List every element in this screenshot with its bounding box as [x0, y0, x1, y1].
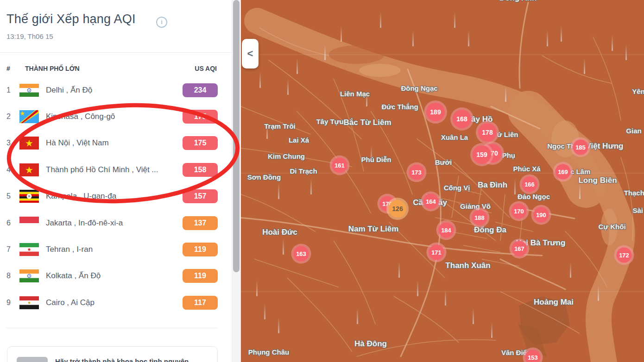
rain-streak: [505, 86, 506, 102]
rain-streak: [297, 58, 298, 74]
city-name: Tehran , I-ran: [46, 245, 172, 254]
collapse-sidebar-button[interactable]: <: [242, 39, 259, 69]
map-place-label: Đảo Ngọc: [518, 193, 550, 200]
city-name: Hà Nội , Việt Nam: [46, 138, 172, 148]
map-place-label: Đống Đa: [474, 225, 506, 235]
ranking-row[interactable]: 1Delhi , Ấn Độ234: [0, 77, 232, 103]
rain-streak: [579, 183, 581, 199]
sidebar-scrollbar-thumb[interactable]: [233, 0, 240, 272]
map-aqi-marker[interactable]: 172: [617, 248, 632, 263]
map-place-label: Hoài Đức: [262, 228, 297, 237]
map-aqi-marker[interactable]: 188: [472, 210, 487, 225]
ranking-row[interactable]: 8Kolkata , Ấn Độ119: [0, 263, 232, 289]
promo-image-placeholder: [17, 357, 48, 362]
map-place-label: Long Biên: [578, 176, 617, 185]
aqi-badge: 119: [183, 243, 218, 256]
map-place-label: Cự Khối: [598, 223, 625, 231]
map-aqi-marker[interactable]: 163: [294, 246, 309, 262]
map-aqi-marker[interactable]: 173: [409, 165, 424, 180]
rank-number: 5: [6, 192, 19, 200]
map-place-label: Xuân La: [441, 133, 468, 141]
map-aqi-marker[interactable]: 184: [439, 223, 454, 238]
map-aqi-marker[interactable]: 159: [473, 145, 491, 164]
ranking-row[interactable]: 7Tehran , I-ran119: [0, 236, 232, 262]
city-name: Jakarta , In-đô-nê-xi-a: [46, 218, 172, 228]
rain-streak: [283, 239, 284, 255]
info-icon[interactable]: i: [156, 17, 167, 28]
map-aqi-marker[interactable]: 166: [522, 177, 537, 192]
country-flag-icon: [19, 163, 39, 176]
map-aqi-marker[interactable]: 190: [534, 207, 549, 223]
rank-number: 8: [6, 272, 19, 280]
rank-number: 7: [6, 245, 19, 254]
rain-streak: [341, 26, 342, 42]
map-aqi-marker[interactable]: 170: [511, 204, 527, 219]
map-place-label: Thanh Xuân: [445, 261, 490, 270]
ranking-row[interactable]: 9Cairo , Ai Cập117: [0, 289, 232, 316]
map-place-label: Sài Đồng: [632, 206, 644, 214]
map-place-label: Sơn Đồng: [247, 173, 281, 181]
rank-number: 3: [6, 139, 19, 147]
map-aqi-marker[interactable]: 153: [525, 350, 541, 362]
map-place-label: Phú Diễn: [361, 156, 391, 163]
map-place-label: Cống Vị: [444, 184, 470, 192]
ranking-row[interactable]: 5Kampala , U-gan-đa157: [0, 183, 232, 210]
rain-streak: [412, 31, 414, 46]
ranking-row[interactable]: 2Kinshasa , Công-gô175: [0, 103, 232, 130]
country-flag-icon: [19, 190, 39, 203]
rain-streak: [612, 35, 613, 51]
map-aqi-marker[interactable]: 126: [389, 200, 406, 218]
map-aqi-marker[interactable]: 169: [556, 164, 571, 180]
map-place-label: Hà Đông: [354, 339, 387, 349]
map-aqi-marker[interactable]: 167: [512, 241, 527, 256]
rain-streak: [287, 79, 289, 95]
country-flag-icon: [19, 269, 39, 282]
rain-streak: [278, 183, 279, 199]
rain-streak: [278, 318, 279, 333]
header-divider: [0, 52, 232, 53]
footer-divider: [6, 328, 218, 328]
map-aqi-marker[interactable]: 178: [478, 123, 497, 142]
aqi-ranking-sidebar: Thế giới Xếp hạng AQI i 13:19, Th06 15 #…: [0, 0, 232, 362]
ranking-row[interactable]: 3Hà Nội , Việt Nam175: [0, 130, 232, 156]
table-header: # THÀNH PHỐ LỚN US AQI: [0, 65, 232, 74]
map-place-label: Phúc Xá: [513, 165, 540, 173]
map-aqi-marker[interactable]: 185: [573, 140, 588, 155]
aqi-map[interactable]: < Đông AnhgYênĐông NgạcLiên MạcĐức Thắng…: [241, 0, 644, 362]
rain-streak: [380, 12, 381, 28]
city-name: Kinshasa , Công-gô: [46, 112, 172, 121]
ranking-rows: 1Delhi , Ấn Độ2342Kinshasa , Công-gô1753…: [0, 77, 232, 316]
rain-streak: [445, 290, 446, 306]
map-place-label: Di Trạch: [290, 167, 317, 175]
map-place-label: Liên Mạc: [340, 90, 370, 98]
map-aqi-marker[interactable]: 161: [332, 158, 347, 173]
city-name: Thành phố Hồ Chí Minh , Việt ...: [46, 165, 172, 175]
rank-number: 4: [6, 166, 19, 174]
ranking-timestamp: 13:19, Th06 15: [6, 32, 53, 40]
city-name: Kolkata , Ấn Độ: [46, 271, 172, 281]
rain-streak: [561, 26, 562, 42]
map-place-label: Hoảng Mai: [534, 298, 574, 307]
page-title: Thế giới Xếp hạng AQI: [6, 12, 136, 26]
map-place-label: Giảng Võ: [460, 202, 491, 210]
map-aqi-marker[interactable]: 189: [426, 103, 445, 121]
aqi-badge: 175: [183, 136, 218, 150]
map-aqi-marker[interactable]: 171: [429, 245, 444, 260]
rain-streak: [570, 262, 571, 278]
volunteer-promo-card[interactable]: Hãy trở thành nhà khoa học tình nguyện: [7, 346, 218, 362]
rain-streak: [625, 44, 627, 60]
ranking-row[interactable]: 6Jakarta , In-đô-nê-xi-a137: [0, 210, 232, 236]
map-place-label: Yên: [632, 87, 644, 95]
map-aqi-marker[interactable]: 164: [423, 194, 439, 209]
city-name: Kampala , U-gan-đa: [46, 192, 172, 201]
map-place-label: Đông Ngạc: [401, 84, 437, 92]
map-aqi-marker[interactable]: 168: [453, 110, 471, 128]
country-flag-icon: [19, 296, 39, 309]
map-place-label: Đức Thắng: [381, 103, 418, 111]
city-column-header: THÀNH PHỐ LỚN: [25, 65, 80, 72]
rain-streak: [264, 304, 265, 319]
aqi-column-header: US AQI: [195, 65, 217, 72]
ranking-row[interactable]: 4Thành phố Hồ Chí Minh , Việt ...158: [0, 156, 232, 183]
rain-streak: [584, 58, 585, 74]
rank-number: 2: [6, 112, 19, 121]
